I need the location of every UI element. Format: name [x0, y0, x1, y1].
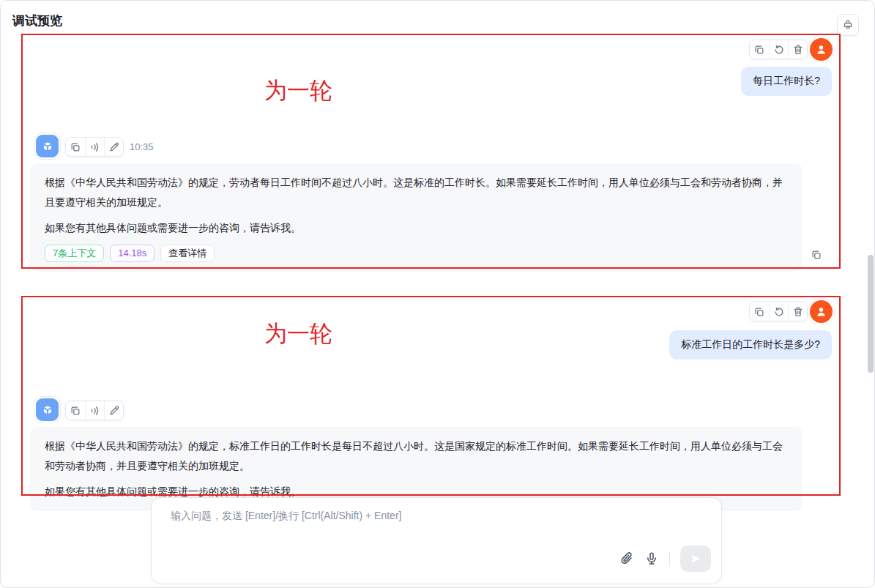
- message-input[interactable]: [171, 510, 610, 554]
- copy-response-button[interactable]: [66, 401, 85, 420]
- edit-response-button[interactable]: [104, 138, 123, 156]
- view-details-button[interactable]: 查看详情: [160, 245, 215, 262]
- refresh-icon: [773, 306, 785, 318]
- user-message-actions: [749, 302, 808, 321]
- edit-response-button[interactable]: [104, 401, 123, 420]
- page-title: 调试预览: [12, 12, 62, 29]
- person-icon: [815, 43, 827, 56]
- bot-response-paragraph: 如果您有其他具体问题或需要进一步的咨询，请告诉我。: [45, 218, 788, 238]
- composer-actions: [619, 546, 711, 572]
- cube-icon: [41, 140, 54, 153]
- bot-message-actions: [65, 137, 124, 157]
- send-icon: [689, 552, 702, 565]
- read-aloud-button[interactable]: [85, 401, 104, 420]
- clear-chat-button[interactable]: [837, 14, 859, 36]
- composer-divider: [669, 551, 670, 566]
- bot-response-paragraph: 根据《中华人民共和国劳动法》的规定，劳动者每日工作时间不超过八小时。这是标准的工…: [45, 173, 788, 212]
- person-icon: [815, 305, 827, 318]
- send-button[interactable]: [680, 546, 711, 572]
- read-aloud-button[interactable]: [85, 138, 104, 156]
- bot-response-bubble: 根据《中华人民共和国劳动法》的规定，劳动者每日工作时间不超过八小时。这是标准的工…: [30, 163, 803, 272]
- edit-pencil-icon: [108, 405, 120, 417]
- response-meta-badges: 7条上下文 14.18s 查看详情: [45, 245, 788, 262]
- microphone-icon: [644, 551, 659, 566]
- regenerate-button[interactable]: [769, 302, 788, 321]
- bot-avatar: [36, 398, 59, 421]
- user-avatar: [810, 38, 833, 61]
- copy-response-button[interactable]: [66, 138, 85, 156]
- round-annotation-label: 为一轮: [264, 75, 332, 106]
- copy-message-button[interactable]: [750, 302, 769, 321]
- edit-pencil-icon: [108, 141, 120, 153]
- duration-badge: 14.18s: [110, 245, 154, 262]
- debug-preview-panel: 调试预览 每日工: [0, 0, 875, 588]
- trash-icon: [792, 44, 804, 56]
- copy-message-button[interactable]: [750, 40, 769, 59]
- refresh-icon: [773, 44, 785, 56]
- microphone-button[interactable]: [644, 551, 659, 566]
- copy-response-floating-button[interactable]: [808, 247, 824, 263]
- sound-icon: [89, 405, 101, 417]
- delete-message-button[interactable]: [788, 40, 807, 59]
- copy-icon: [811, 249, 822, 261]
- bot-message-actions: [65, 401, 124, 420]
- broom-icon: [842, 19, 854, 31]
- user-avatar: [810, 300, 833, 323]
- user-message-actions: [749, 40, 808, 59]
- message-timestamp: 10:35: [130, 141, 154, 152]
- copy-icon: [753, 306, 765, 318]
- copy-icon: [753, 44, 765, 56]
- copy-icon: [70, 141, 81, 153]
- delete-message-button[interactable]: [788, 302, 807, 321]
- paperclip-icon: [619, 551, 634, 566]
- copy-icon: [70, 405, 81, 417]
- message-composer: [151, 497, 722, 584]
- cube-icon: [41, 403, 54, 417]
- context-count-badge: 7条上下文: [45, 245, 104, 262]
- scrollbar-thumb[interactable]: [868, 255, 874, 373]
- attach-file-button[interactable]: [619, 551, 634, 566]
- bot-avatar: [36, 135, 59, 157]
- sound-icon: [89, 141, 101, 153]
- bot-response-paragraph: 根据《中华人民共和国劳动法》的规定，标准工作日的工作时长是每日不超过八小时。这是…: [45, 436, 788, 476]
- trash-icon: [792, 306, 804, 318]
- user-message-bubble: 标准工作日的工作时长是多少?: [669, 330, 832, 360]
- regenerate-button[interactable]: [769, 40, 788, 59]
- round-annotation-label: 为一轮: [264, 319, 332, 349]
- user-message-bubble: 每日工作时长?: [741, 67, 832, 96]
